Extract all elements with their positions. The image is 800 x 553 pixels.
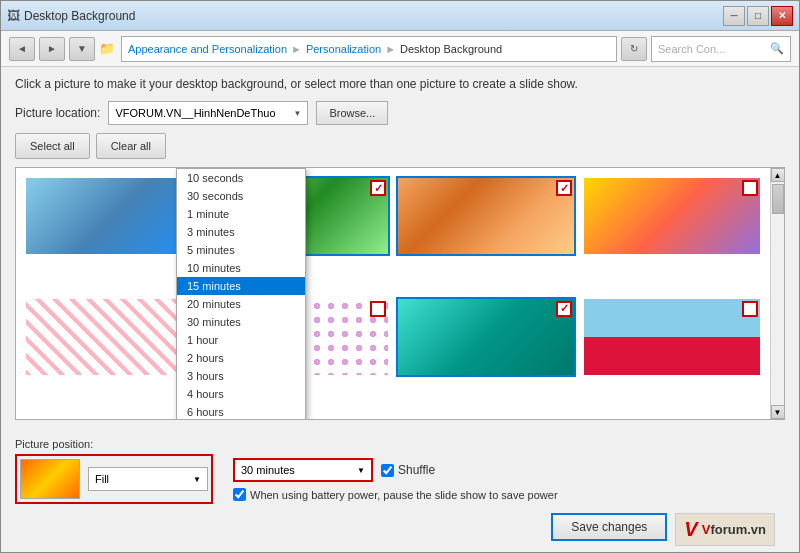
- dropdown-item-5[interactable]: 10 minutes: [177, 259, 305, 277]
- close-button[interactable]: ✕: [771, 6, 793, 26]
- save-changes-button[interactable]: Save changes: [551, 513, 667, 541]
- fill-value: Fill: [95, 473, 109, 485]
- gallery-item-7[interactable]: [396, 297, 576, 377]
- dropdown-item-13[interactable]: 6 hours: [177, 403, 305, 420]
- gallery-image-3: [398, 178, 574, 254]
- gallery-item-3[interactable]: [396, 176, 576, 256]
- picture-position-label: Picture position:: [15, 438, 213, 450]
- battery-label: When using battery power, pause the slid…: [250, 489, 558, 501]
- maximize-button[interactable]: □: [747, 6, 769, 26]
- title-bar: 🖼 Desktop Background ─ □ ✕: [1, 1, 799, 31]
- interval-controls: 30 minutes ▼ Shuffle: [233, 458, 558, 482]
- dropdown-item-8[interactable]: 30 minutes: [177, 313, 305, 331]
- main-content-area: Click a picture to make it your desktop …: [1, 67, 799, 430]
- dropdown-item-6[interactable]: 15 minutes: [177, 277, 305, 295]
- forward-button[interactable]: ►: [39, 37, 65, 61]
- picture-location-row: Picture location: VFORUM.VN__HinhNenDeTh…: [15, 101, 785, 125]
- gallery-checkbox-4[interactable]: [742, 180, 758, 196]
- breadcrumb-sep-2: ►: [385, 43, 396, 55]
- gallery-checkbox-6[interactable]: [370, 301, 386, 317]
- folder-icon: 📁: [99, 41, 115, 56]
- breadcrumb-sep-1: ►: [291, 43, 302, 55]
- dropdown-item-2[interactable]: 1 minute: [177, 205, 305, 223]
- scroll-up-button[interactable]: ▲: [771, 168, 785, 182]
- dropdown-button[interactable]: ▼: [69, 37, 95, 61]
- gallery-checkbox-8[interactable]: [742, 301, 758, 317]
- browse-button[interactable]: Browse...: [316, 101, 388, 125]
- gallery-image-8: [584, 299, 760, 375]
- window-content: Click a picture to make it your desktop …: [1, 67, 799, 552]
- interval-arrow: ▼: [357, 466, 365, 475]
- main-window: 🖼 Desktop Background ─ □ ✕ ◄ ► ▼ 📁 Appea…: [0, 0, 800, 553]
- shuffle-checkbox[interactable]: [381, 464, 394, 477]
- shuffle-text: Shuffle: [398, 463, 435, 477]
- scroll-thumb[interactable]: [772, 184, 784, 214]
- dropdown-item-10[interactable]: 2 hours: [177, 349, 305, 367]
- gallery-image-4: [584, 178, 760, 254]
- back-button[interactable]: ◄: [9, 37, 35, 61]
- position-preview: [20, 459, 80, 499]
- breadcrumb-item-2[interactable]: Personalization: [306, 43, 381, 55]
- select-all-button[interactable]: Select all: [15, 133, 90, 159]
- battery-checkbox[interactable]: [233, 488, 246, 501]
- bottom-area: Picture position: Fill ▼: [1, 430, 799, 552]
- save-row: Save changes V Vforum.vn: [15, 513, 785, 546]
- gallery-grid: [16, 168, 784, 419]
- interval-dropdown[interactable]: 30 minutes ▼: [233, 458, 373, 482]
- dropdown-item-11[interactable]: 3 hours: [177, 367, 305, 385]
- interval-dropdown-overlay[interactable]: 10 seconds30 seconds1 minute3 minutes5 m…: [176, 168, 306, 420]
- gallery-item-8[interactable]: [582, 297, 762, 377]
- instruction-text: Click a picture to make it your desktop …: [15, 77, 785, 91]
- dropdown-item-9[interactable]: 1 hour: [177, 331, 305, 349]
- position-controls: Fill ▼: [15, 454, 213, 504]
- position-inner: Fill ▼: [20, 459, 208, 499]
- window-title: Desktop Background: [24, 9, 135, 23]
- window-icon: 🖼: [7, 8, 20, 23]
- dropdown-item-4[interactable]: 5 minutes: [177, 241, 305, 259]
- button-row: Select all Clear all: [15, 133, 785, 159]
- dropdown-item-12[interactable]: 4 hours: [177, 385, 305, 403]
- search-icon: 🔍: [770, 42, 784, 55]
- gallery-item-4[interactable]: [582, 176, 762, 256]
- vforum-text: Vforum.vn: [702, 522, 766, 537]
- breadcrumb-item-1[interactable]: Appearance and Personalization: [128, 43, 287, 55]
- interval-section: 30 minutes ▼ Shuffle When using battery …: [233, 438, 558, 507]
- gallery-checkbox-7[interactable]: [556, 301, 572, 317]
- address-bar: ◄ ► ▼ 📁 Appearance and Personalization ►…: [1, 31, 799, 67]
- title-bar-buttons: ─ □ ✕: [723, 6, 793, 26]
- gallery-checkbox-3[interactable]: [556, 180, 572, 196]
- location-dropdown[interactable]: VFORUM.VN__HinhNenDeThuong ▼: [108, 101, 308, 125]
- minimize-button[interactable]: ─: [723, 6, 745, 26]
- picture-location-label: Picture location:: [15, 106, 100, 120]
- shuffle-label: Shuffle: [381, 463, 435, 477]
- dropdown-item-0[interactable]: 10 seconds: [177, 169, 305, 187]
- dropdown-item-7[interactable]: 20 minutes: [177, 295, 305, 313]
- scroll-down-button[interactable]: ▼: [771, 405, 785, 419]
- location-value: VFORUM.VN__HinhNenDeThuong: [115, 107, 275, 119]
- breadcrumb: Appearance and Personalization ► Persona…: [121, 36, 617, 62]
- gallery-image-7: [398, 299, 574, 375]
- clear-all-button[interactable]: Clear all: [96, 133, 166, 159]
- refresh-button[interactable]: ↻: [621, 37, 647, 61]
- location-dropdown-arrow: ▼: [293, 109, 301, 118]
- breadcrumb-item-3: Desktop Background: [400, 43, 502, 55]
- gallery-scrollbar: ▲ ▼: [770, 168, 784, 419]
- gallery-container: 10 seconds30 seconds1 minute3 minutes5 m…: [15, 167, 785, 420]
- fill-dropdown-arrow: ▼: [193, 475, 201, 484]
- vforum-logo: V Vforum.vn: [675, 513, 775, 546]
- title-bar-left: 🖼 Desktop Background: [7, 8, 135, 23]
- dropdown-item-1[interactable]: 30 seconds: [177, 187, 305, 205]
- fill-dropdown[interactable]: Fill ▼: [88, 467, 208, 491]
- battery-row: When using battery power, pause the slid…: [233, 488, 558, 501]
- interval-value: 30 minutes: [241, 464, 295, 476]
- dropdown-item-3[interactable]: 3 minutes: [177, 223, 305, 241]
- gallery-checkbox-2[interactable]: [370, 180, 386, 196]
- search-box[interactable]: Search Con... 🔍: [651, 36, 791, 62]
- picture-position-section: Picture position: Fill ▼: [15, 438, 213, 504]
- search-placeholder: Search Con...: [658, 43, 725, 55]
- vforum-v-letter: V: [684, 518, 697, 541]
